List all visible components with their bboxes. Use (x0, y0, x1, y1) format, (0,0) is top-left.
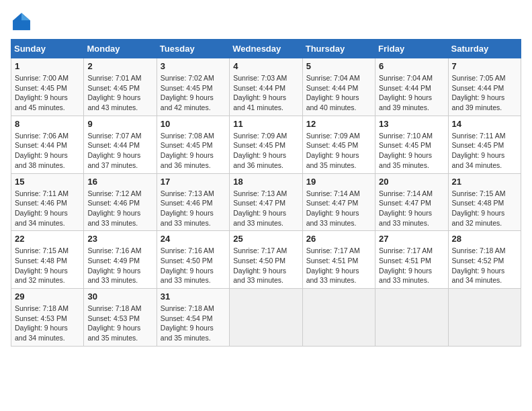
day-cell-23: 23 Sunrise: 7:16 AMSunset: 4:49 PMDaylig… (84, 231, 157, 289)
day-cell-19: 19 Sunrise: 7:14 AMSunset: 4:47 PMDaylig… (302, 173, 375, 231)
day-number: 21 (452, 177, 517, 187)
day-cell-25: 25 Sunrise: 7:17 AMSunset: 4:50 PMDaylig… (230, 231, 302, 289)
day-cell-12: 12 Sunrise: 7:09 AMSunset: 4:45 PMDaylig… (302, 116, 375, 173)
day-detail: Sunrise: 7:14 AMSunset: 4:47 PMDaylight:… (379, 189, 433, 227)
day-detail: Sunrise: 7:09 AMSunset: 4:45 PMDaylight:… (306, 132, 360, 169)
day-number: 20 (379, 177, 444, 187)
day-number: 29 (15, 291, 80, 302)
day-detail: Sunrise: 7:06 AMSunset: 4:44 PMDaylight:… (15, 132, 69, 169)
day-detail: Sunrise: 7:14 AMSunset: 4:47 PMDaylight:… (306, 189, 360, 227)
day-header-saturday: Saturday (448, 40, 521, 58)
day-number: 5 (306, 61, 371, 71)
day-cell-18: 18 Sunrise: 7:13 AMSunset: 4:47 PMDaylig… (230, 173, 302, 231)
day-cell-13: 13 Sunrise: 7:10 AMSunset: 4:45 PMDaylig… (375, 116, 448, 173)
day-cell-9: 9 Sunrise: 7:07 AMSunset: 4:44 PMDayligh… (84, 116, 157, 173)
logo (11, 11, 35, 32)
day-detail: Sunrise: 7:17 AMSunset: 4:51 PMDaylight:… (379, 246, 433, 284)
day-number: 27 (379, 234, 444, 244)
day-detail: Sunrise: 7:08 AMSunset: 4:45 PMDaylight:… (161, 132, 214, 169)
day-detail: Sunrise: 7:10 AMSunset: 4:45 PMDaylight:… (379, 132, 433, 169)
day-number: 10 (161, 119, 226, 129)
day-cell-6: 6 Sunrise: 7:04 AMSunset: 4:44 PMDayligh… (375, 58, 448, 116)
day-detail: Sunrise: 7:13 AMSunset: 4:47 PMDaylight:… (233, 189, 287, 227)
day-cell-31: 31 Sunrise: 7:18 AMSunset: 4:54 PMDaylig… (157, 289, 229, 347)
day-detail: Sunrise: 7:17 AMSunset: 4:51 PMDaylight:… (306, 246, 360, 284)
day-cell-2: 2 Sunrise: 7:01 AMSunset: 4:45 PMDayligh… (84, 58, 157, 116)
day-cell-16: 16 Sunrise: 7:12 AMSunset: 4:46 PMDaylig… (84, 173, 157, 231)
day-cell-30: 30 Sunrise: 7:18 AMSunset: 4:53 PMDaylig… (84, 289, 157, 347)
empty-cell (448, 289, 521, 347)
day-detail: Sunrise: 7:18 AMSunset: 4:53 PMDaylight:… (87, 304, 141, 342)
day-number: 28 (452, 234, 517, 244)
day-number: 4 (233, 61, 298, 71)
day-detail: Sunrise: 7:16 AMSunset: 4:49 PMDaylight:… (87, 246, 141, 284)
day-detail: Sunrise: 7:16 AMSunset: 4:50 PMDaylight:… (161, 246, 214, 284)
day-detail: Sunrise: 7:05 AMSunset: 4:44 PMDaylight:… (452, 74, 506, 111)
day-number: 18 (233, 177, 298, 187)
day-detail: Sunrise: 7:18 AMSunset: 4:52 PMDaylight:… (452, 246, 506, 284)
day-cell-10: 10 Sunrise: 7:08 AMSunset: 4:45 PMDaylig… (157, 116, 229, 173)
week-row-1: 1 Sunrise: 7:00 AMSunset: 4:45 PMDayligh… (11, 58, 521, 116)
day-number: 16 (87, 177, 152, 187)
day-cell-1: 1 Sunrise: 7:00 AMSunset: 4:45 PMDayligh… (11, 58, 84, 116)
day-number: 25 (233, 234, 298, 244)
day-detail: Sunrise: 7:18 AMSunset: 4:53 PMDaylight:… (15, 304, 69, 342)
day-cell-4: 4 Sunrise: 7:03 AMSunset: 4:44 PMDayligh… (230, 58, 302, 116)
day-detail: Sunrise: 7:02 AMSunset: 4:45 PMDaylight:… (161, 74, 214, 111)
week-row-5: 29 Sunrise: 7:18 AMSunset: 4:53 PMDaylig… (11, 289, 521, 347)
day-cell-15: 15 Sunrise: 7:11 AMSunset: 4:46 PMDaylig… (11, 173, 84, 231)
day-detail: Sunrise: 7:04 AMSunset: 4:44 PMDaylight:… (306, 74, 360, 111)
day-number: 17 (161, 177, 226, 187)
day-number: 19 (306, 177, 371, 187)
day-detail: Sunrise: 7:01 AMSunset: 4:45 PMDaylight:… (87, 74, 141, 111)
day-detail: Sunrise: 7:15 AMSunset: 4:48 PMDaylight:… (15, 246, 69, 284)
day-number: 2 (87, 61, 152, 71)
empty-cell (302, 289, 375, 347)
day-cell-14: 14 Sunrise: 7:11 AMSunset: 4:45 PMDaylig… (448, 116, 521, 173)
day-cell-28: 28 Sunrise: 7:18 AMSunset: 4:52 PMDaylig… (448, 231, 521, 289)
day-detail: Sunrise: 7:13 AMSunset: 4:46 PMDaylight:… (161, 189, 214, 227)
empty-cell (375, 289, 448, 347)
day-cell-11: 11 Sunrise: 7:09 AMSunset: 4:45 PMDaylig… (230, 116, 302, 173)
svg-rect-2 (13, 20, 30, 30)
day-number: 15 (15, 177, 80, 187)
day-detail: Sunrise: 7:09 AMSunset: 4:45 PMDaylight:… (233, 132, 287, 169)
day-number: 24 (161, 234, 226, 244)
day-number: 12 (306, 119, 371, 129)
day-number: 6 (379, 61, 444, 71)
day-detail: Sunrise: 7:04 AMSunset: 4:44 PMDaylight:… (379, 74, 433, 111)
day-header-sunday: Sunday (11, 40, 84, 58)
day-number: 8 (15, 119, 80, 129)
day-cell-21: 21 Sunrise: 7:15 AMSunset: 4:48 PMDaylig… (448, 173, 521, 231)
day-number: 13 (379, 119, 444, 129)
day-number: 23 (87, 234, 152, 244)
day-header-wednesday: Wednesday (230, 40, 302, 58)
page-header (11, 11, 521, 32)
day-header-monday: Monday (84, 40, 157, 58)
day-header-thursday: Thursday (302, 40, 375, 58)
day-detail: Sunrise: 7:03 AMSunset: 4:44 PMDaylight:… (233, 74, 287, 111)
day-number: 14 (452, 119, 517, 129)
week-row-3: 15 Sunrise: 7:11 AMSunset: 4:46 PMDaylig… (11, 173, 521, 231)
day-detail: Sunrise: 7:07 AMSunset: 4:44 PMDaylight:… (87, 132, 141, 169)
week-row-4: 22 Sunrise: 7:15 AMSunset: 4:48 PMDaylig… (11, 231, 521, 289)
calendar-table: SundayMondayTuesdayWednesdayThursdayFrid… (11, 39, 521, 347)
day-cell-3: 3 Sunrise: 7:02 AMSunset: 4:45 PMDayligh… (157, 58, 229, 116)
day-cell-17: 17 Sunrise: 7:13 AMSunset: 4:46 PMDaylig… (157, 173, 229, 231)
day-cell-29: 29 Sunrise: 7:18 AMSunset: 4:53 PMDaylig… (11, 289, 84, 347)
day-detail: Sunrise: 7:15 AMSunset: 4:48 PMDaylight:… (452, 189, 506, 227)
day-number: 1 (15, 61, 80, 71)
day-number: 26 (306, 234, 371, 244)
day-cell-7: 7 Sunrise: 7:05 AMSunset: 4:44 PMDayligh… (448, 58, 521, 116)
logo-icon (11, 11, 32, 32)
calendar-header-row: SundayMondayTuesdayWednesdayThursdayFrid… (11, 40, 521, 58)
day-cell-20: 20 Sunrise: 7:14 AMSunset: 4:47 PMDaylig… (375, 173, 448, 231)
svg-marker-1 (21, 13, 30, 20)
day-number: 30 (87, 291, 152, 302)
day-number: 11 (233, 119, 298, 129)
day-number: 3 (161, 61, 226, 71)
day-cell-24: 24 Sunrise: 7:16 AMSunset: 4:50 PMDaylig… (157, 231, 229, 289)
week-row-2: 8 Sunrise: 7:06 AMSunset: 4:44 PMDayligh… (11, 116, 521, 173)
day-number: 31 (161, 291, 226, 302)
day-number: 7 (452, 61, 517, 71)
